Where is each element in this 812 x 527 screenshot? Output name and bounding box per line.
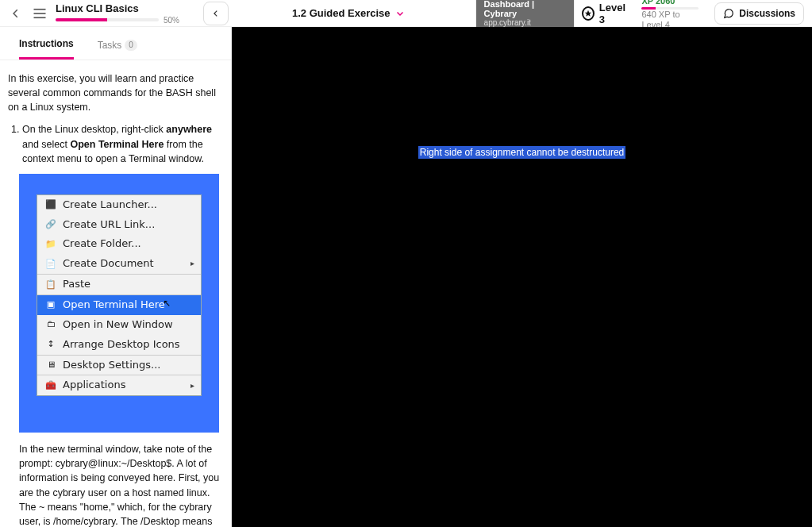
menu-icon[interactable]: [32, 6, 48, 21]
ctx-label: Open Terminal Here: [63, 298, 165, 313]
ctx-item-paste: 📋Paste: [37, 274, 201, 294]
ctx-item-open-terminal: ▣Open Terminal Here↖: [37, 294, 201, 315]
ctx-label: Arrange Desktop Icons: [63, 337, 180, 352]
ctx-item-applications: 🧰Applications▸: [37, 375, 201, 395]
step1-mid: and select: [22, 139, 70, 150]
document-icon: 📄: [45, 259, 56, 270]
level-indicator[interactable]: Level 3: [582, 2, 629, 25]
star-icon: [582, 6, 595, 21]
tab-instructions-label: Instructions: [19, 38, 74, 49]
arrange-icon: ↕: [45, 339, 56, 350]
submenu-arrow-icon: ▸: [190, 258, 194, 270]
top-bar: Linux CLI Basics 50% 1.2 Guided Exercise…: [0, 0, 812, 27]
ctx-item-open-new-window: 🗀Open in New Window: [37, 315, 201, 335]
submenu-arrow-icon: ▸: [190, 380, 194, 392]
discussions-button[interactable]: Discussions: [714, 2, 804, 25]
svg-marker-3: [585, 10, 591, 16]
ctx-item-create-document: 📄Create Document▸: [37, 254, 201, 274]
ctx-label: Create Launcher...: [63, 198, 157, 213]
xp-label: XP 2060: [641, 0, 702, 6]
error-message: Right side of assignment cannot be destr…: [418, 146, 625, 159]
course-block: Linux CLI Basics 50%: [56, 2, 179, 25]
collapse-button[interactable]: [203, 2, 229, 25]
topbar-right: Level 3 XP 2060 640 XP to Level 4 Discus…: [582, 0, 804, 30]
course-title: Linux CLI Basics: [56, 2, 179, 14]
lesson-label: 1.2 Guided Exercise: [292, 7, 391, 19]
link-icon: 🔗: [45, 219, 56, 230]
pill-url: app.cybrary.it: [484, 18, 564, 27]
pill-title: Dashboard | Cybrary: [484, 0, 564, 18]
lesson-selector[interactable]: 1.2 Guided Exercise: [292, 7, 405, 19]
terminal-icon: ▣: [45, 299, 56, 310]
ctx-label: Open in New Window: [63, 317, 173, 333]
ctx-label: Create Folder...: [63, 237, 141, 252]
panel-tabs: Instructions Tasks 0: [0, 27, 231, 60]
browser-tab-pill[interactable]: Dashboard | Cybrary app.cybrary.it: [476, 0, 574, 30]
launcher-icon: ⬛: [45, 199, 56, 210]
ctx-label: Applications: [63, 378, 125, 393]
level-label: Level 3: [599, 2, 629, 25]
xp-block: XP 2060 640 XP to Level 4: [641, 0, 702, 30]
step-1: On the Linux desktop, right-click anywhe…: [22, 122, 223, 165]
chevron-down-icon: [395, 9, 405, 18]
ctx-label: Create URL Link...: [63, 217, 155, 233]
instructions-content: In this exercise, you will learn and pra…: [0, 60, 231, 527]
window-icon: 🗀: [45, 319, 56, 330]
ctx-item-create-folder: 📁Create Folder...: [37, 234, 201, 254]
tab-instructions[interactable]: Instructions: [19, 38, 74, 60]
workspace-panel[interactable]: Right side of assignment cannot be destr…: [232, 27, 812, 527]
tasks-count-badge: 0: [125, 40, 137, 51]
screenshot-context-menu: ⬛Create Launcher... 🔗Create URL Link... …: [19, 174, 219, 433]
body: Instructions Tasks 0 In this exercise, y…: [0, 27, 812, 527]
ctx-label: Paste: [63, 277, 90, 292]
apps-icon: 🧰: [45, 380, 56, 391]
progress-track: [56, 18, 159, 21]
paste-icon: 📋: [45, 279, 56, 290]
cursor-icon: ↖: [163, 297, 171, 310]
progress-pct: 50%: [164, 16, 179, 25]
left-panel: Instructions Tasks 0 In this exercise, y…: [0, 27, 232, 527]
tab-tasks[interactable]: Tasks 0: [98, 38, 137, 60]
ctx-item-desktop-settings: 🖥Desktop Settings...: [37, 355, 201, 375]
context-menu: ⬛Create Launcher... 🔗Create URL Link... …: [37, 194, 202, 396]
para-2: In the new terminal window, take note of…: [8, 442, 223, 527]
tab-tasks-label: Tasks: [98, 40, 122, 51]
ctx-item-arrange-icons: ↕Arrange Desktop Icons: [37, 335, 201, 355]
intro-text: In this exercise, you will learn and pra…: [8, 71, 223, 114]
back-arrow-icon[interactable]: [8, 6, 24, 21]
step1-bold2: Open Terminal Here: [70, 139, 164, 150]
ctx-label: Create Document: [63, 256, 154, 271]
ctx-label: Desktop Settings...: [63, 358, 160, 373]
progress-fill: [56, 18, 107, 21]
topbar-left: Linux CLI Basics 50%: [8, 2, 229, 25]
step1-bold1: anywhere: [166, 124, 212, 135]
ctx-item-create-url: 🔗Create URL Link...: [37, 215, 201, 235]
folder-icon: 📁: [45, 239, 56, 250]
progress-row: 50%: [56, 16, 179, 25]
ctx-item-create-launcher: ⬛Create Launcher...: [37, 195, 201, 215]
settings-icon: 🖥: [45, 360, 56, 371]
step1-pre: On the Linux desktop, right-click: [22, 124, 166, 135]
discussions-label: Discussions: [739, 8, 795, 19]
